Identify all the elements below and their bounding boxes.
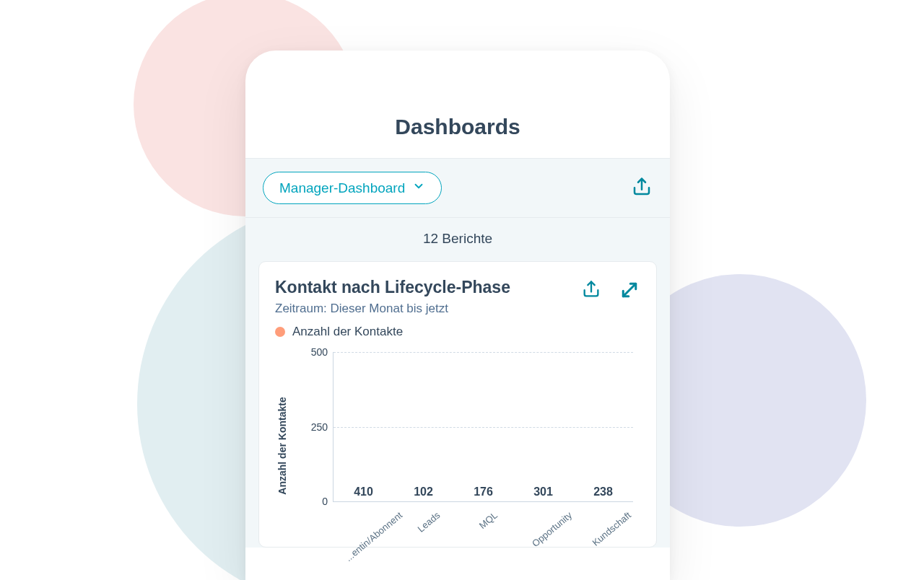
bar-value-label: 176 (474, 485, 493, 498)
report-subtitle: Zeitraum: Dieser Monat bis jetzt (275, 302, 565, 316)
dashboard-select-label: Manager-Dashboard (279, 180, 405, 196)
expand-icon (619, 279, 640, 304)
dashboard-select-button[interactable]: Manager-Dashboard (263, 172, 442, 204)
canvas: Dashboards Manager-Dashboard 12 Berichte (0, 0, 924, 580)
bar-value-label: 238 (593, 485, 613, 498)
share-icon (581, 279, 601, 304)
grid-line (334, 352, 633, 353)
share-icon (631, 176, 653, 201)
page-title: Dashboards (395, 115, 520, 158)
bar-chart: Anzahl der Kontakte 410102176301238 0250… (289, 345, 640, 547)
x-tick-label: MQL (458, 504, 507, 547)
y-tick-label: 500 (299, 346, 328, 358)
dashboard-toolbar: Manager-Dashboard (245, 159, 670, 218)
legend-dot-icon (275, 327, 285, 337)
reports-count-label: 12 Berichte (245, 218, 670, 261)
grid-line (334, 427, 633, 428)
svg-line-0 (623, 284, 636, 296)
mobile-frame: Dashboards Manager-Dashboard 12 Berichte (245, 50, 670, 580)
report-expand-button[interactable] (619, 279, 640, 304)
report-share-button[interactable] (581, 279, 601, 304)
legend-label: Anzahl der Kontakte (292, 325, 403, 339)
y-tick-label: 0 (299, 496, 328, 507)
bar-column: 176 (459, 485, 508, 501)
bar-column: 301 (519, 485, 568, 501)
bar-value-label: 102 (414, 485, 433, 498)
report-card: Kontakt nach Lifecycle-Phase Zeitraum: D… (258, 261, 657, 548)
bar-value-label: 410 (354, 485, 373, 498)
x-tick-label: ...entin/Abonnent (339, 504, 388, 547)
chevron-down-icon (412, 180, 425, 196)
app-header: Dashboards (245, 50, 670, 159)
report-card-header: Kontakt nach Lifecycle-Phase Zeitraum: D… (275, 278, 640, 339)
y-tick-label: 250 (299, 421, 328, 433)
bar-column: 238 (579, 485, 628, 501)
report-title: Kontakt nach Lifecycle-Phase (275, 278, 565, 297)
x-tick-label: Opportunity (518, 504, 567, 547)
bar-column: 102 (399, 485, 448, 501)
share-button[interactable] (631, 176, 653, 201)
y-axis-label: Anzahl der Kontakte (276, 397, 288, 494)
chart-plot-area: 410102176301238 0250500 (333, 352, 633, 502)
chart-x-axis: ...entin/AbonnentLeadsMQLOpportunityKund… (333, 504, 633, 547)
bar-value-label: 301 (533, 485, 553, 498)
reports-list: Kontakt nach Lifecycle-Phase Zeitraum: D… (245, 261, 670, 548)
bar-column: 410 (339, 485, 388, 501)
chart-legend: Anzahl der Kontakte (275, 325, 565, 339)
